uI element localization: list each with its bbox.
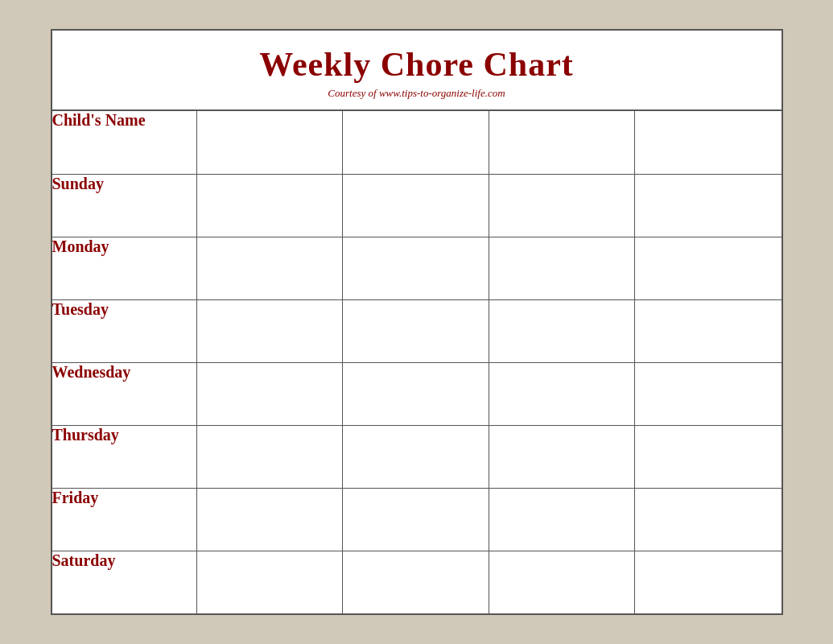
chore-cell[interactable] (196, 111, 343, 174)
chore-cell[interactable] (489, 299, 635, 362)
table-row: Friday (52, 488, 781, 551)
chore-cell[interactable] (343, 174, 489, 237)
table-row: Monday (52, 237, 781, 299)
row-label: Friday (52, 488, 197, 551)
table-row: Tuesday (52, 299, 781, 362)
chore-cell[interactable] (635, 362, 781, 425)
table-row: Sunday (52, 174, 781, 237)
chore-cell[interactable] (635, 425, 781, 488)
chore-cell[interactable] (489, 111, 635, 174)
row-label: Monday (52, 237, 197, 299)
row-label: Saturday (52, 551, 197, 613)
chore-cell[interactable] (489, 551, 635, 613)
table-row: Thursday (52, 425, 781, 488)
row-label: Child's Name (52, 111, 197, 174)
chore-cell[interactable] (489, 425, 635, 488)
row-label: Sunday (52, 174, 197, 237)
chore-cell[interactable] (489, 362, 635, 425)
chore-cell[interactable] (635, 488, 781, 551)
chart-container: Weekly Chore Chart Courtesy of www.tips-… (51, 29, 783, 615)
chore-cell[interactable] (489, 237, 635, 299)
row-label: Thursday (52, 425, 197, 488)
chore-cell[interactable] (196, 174, 343, 237)
chore-cell[interactable] (635, 174, 781, 237)
chore-cell[interactable] (343, 237, 489, 299)
chore-cell[interactable] (489, 488, 635, 551)
chore-cell[interactable] (196, 551, 343, 613)
chore-cell[interactable] (635, 299, 781, 362)
chore-cell[interactable] (489, 174, 635, 237)
row-label: Tuesday (52, 299, 197, 362)
chart-header: Weekly Chore Chart Courtesy of www.tips-… (52, 31, 781, 111)
chore-cell[interactable] (343, 111, 489, 174)
chore-cell[interactable] (196, 299, 343, 362)
chore-table: Child's NameSundayMondayTuesdayWednesday… (52, 111, 781, 613)
chore-cell[interactable] (343, 299, 489, 362)
chore-cell[interactable] (343, 425, 489, 488)
chore-cell[interactable] (196, 237, 343, 299)
chore-cell[interactable] (196, 425, 343, 488)
chart-title: Weekly Chore Chart (60, 45, 773, 84)
table-row: Saturday (52, 551, 781, 613)
chore-cell[interactable] (343, 488, 489, 551)
table-row: Child's Name (52, 111, 781, 174)
chore-cell[interactable] (343, 362, 489, 425)
chore-cell[interactable] (635, 551, 781, 613)
table-row: Wednesday (52, 362, 781, 425)
chore-cell[interactable] (635, 237, 781, 299)
chart-subtitle: Courtesy of www.tips-to-organize-life.co… (60, 87, 773, 100)
chore-cell[interactable] (196, 488, 343, 551)
chore-cell[interactable] (196, 362, 343, 425)
row-label: Wednesday (52, 362, 197, 425)
chore-cell[interactable] (635, 111, 781, 174)
chore-cell[interactable] (343, 551, 489, 613)
